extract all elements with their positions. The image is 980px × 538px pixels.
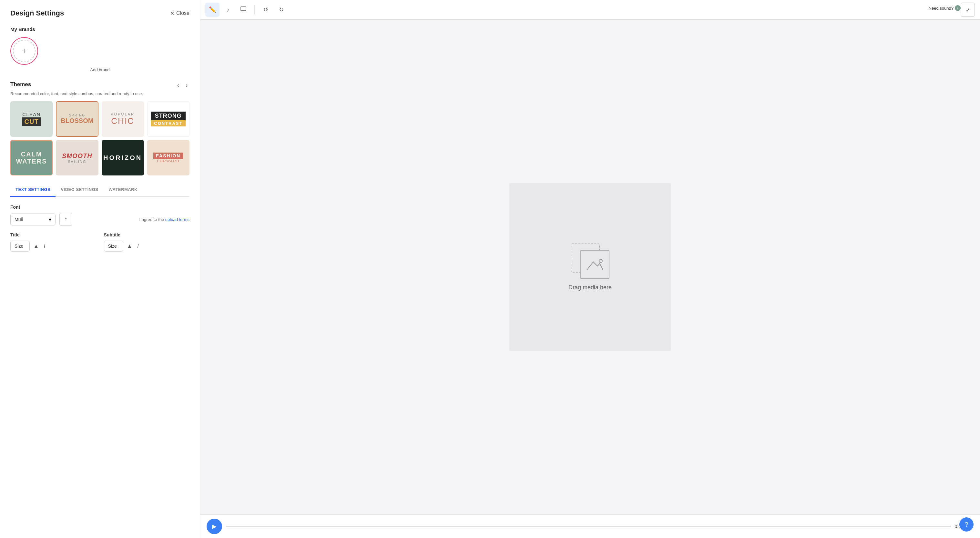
themes-header: Themes ‹ › [10, 81, 189, 89]
title-section: Title Size ▲ I [10, 232, 96, 252]
themes-title: Themes [10, 81, 31, 88]
upload-terms: I agree to the upload terms [140, 217, 189, 222]
info-icon[interactable]: i [955, 5, 961, 11]
left-panel: Design Settings ✕ Close My Brands + Add … [0, 0, 200, 538]
redo-button[interactable]: ↻ [274, 3, 288, 17]
subtitle-label: Subtitle [104, 232, 190, 237]
music-icon: ♪ [227, 6, 229, 13]
close-label: Close [176, 10, 189, 16]
media-icon-wrapper [571, 243, 609, 279]
canvas[interactable]: Drag media here [509, 183, 671, 351]
subtitle-size-up-button[interactable]: ▲ [126, 242, 134, 250]
font-selected-value: Muli [14, 217, 46, 222]
theme-card-spring-blossom[interactable]: SPRING BLOSSOM [56, 101, 98, 137]
right-panel-container: ✏️ ♪ ↺ ↻ ⤢ [200, 0, 980, 538]
title-size-box: Size [10, 241, 30, 252]
subtitle-section: Subtitle Size ▲ I [104, 232, 190, 252]
brands-section: My Brands + Add brand [10, 27, 189, 72]
themes-grid: CLEAN CUT SPRING BLOSSOM POPULAR CHIC [10, 101, 189, 175]
progress-bar[interactable] [226, 526, 951, 527]
need-sound-area: Need sound? i [929, 5, 961, 11]
close-button[interactable]: ✕ Close [170, 10, 189, 16]
theme-card-strong-contrast[interactable]: STRONG CONTRAST [147, 101, 189, 137]
title-size-up-button[interactable]: ▲ [32, 242, 40, 250]
solid-frame-icon [581, 250, 609, 279]
theme-card-clean-cut[interactable]: CLEAN CUT [10, 101, 52, 137]
theme-card-horizon[interactable]: HORIZON [102, 140, 144, 175]
pencil-tool-button[interactable]: ✏️ [205, 3, 220, 17]
title-label: Title [10, 232, 96, 237]
title-subtitle-row: Title Size ▲ I Subtitle Size ▲ I [10, 232, 189, 252]
themes-section: Themes ‹ › Recommended color, font, and … [10, 81, 189, 175]
svg-rect-0 [241, 7, 246, 11]
theme-card-fashion-forward[interactable]: FASHION FORWARD [147, 140, 189, 175]
play-icon: ▶ [212, 523, 216, 530]
add-brand-wrapper: + [10, 37, 38, 65]
tab-text-settings[interactable]: TEXT SETTINGS [10, 183, 56, 197]
add-brand-label: Add brand [10, 67, 189, 72]
font-row: Muli ▾ ↑ I agree to the upload terms [10, 213, 189, 226]
undo-button[interactable]: ↺ [259, 3, 273, 17]
tab-watermark[interactable]: WATERMARK [103, 183, 142, 197]
play-button[interactable]: ▶ [207, 519, 222, 534]
title-style-button[interactable]: I [43, 242, 46, 250]
plus-icon: + [22, 46, 27, 56]
subtitle-size-controls: Size ▲ I [104, 241, 190, 252]
chevron-down-icon: ▾ [49, 216, 51, 222]
external-link-button[interactable]: ⤢ [961, 3, 975, 17]
music-tool-button[interactable]: ♪ [221, 3, 235, 17]
themes-prev-button[interactable]: ‹ [175, 81, 181, 89]
title-size-controls: Size ▲ I [10, 241, 96, 252]
upload-terms-link[interactable]: upload terms [165, 217, 189, 222]
subtitle-style-button[interactable]: I [136, 242, 140, 250]
right-panel: ✏️ ♪ ↺ ↻ ⤢ [200, 0, 980, 538]
close-icon: ✕ [170, 10, 174, 16]
monitor-icon [240, 6, 247, 14]
settings-tabs: TEXT SETTINGS VIDEO SETTINGS WATERMARK [10, 183, 189, 197]
themes-description: Recommended color, font, and style combo… [10, 91, 189, 96]
drag-media-text: Drag media here [568, 284, 612, 291]
player-bar: ▶ 0:00/0:03 [200, 514, 980, 538]
panel-title: Design Settings [10, 9, 64, 17]
canvas-area: Drag media here [200, 20, 980, 514]
monitor-tool-button[interactable] [236, 3, 250, 17]
theme-card-calm-waters[interactable]: CALMWATERS [10, 140, 52, 175]
subtitle-size-box: Size [104, 241, 123, 252]
tab-video-settings[interactable]: VIDEO SETTINGS [56, 183, 103, 197]
undo-icon: ↺ [263, 6, 268, 13]
brands-label: My Brands [10, 27, 189, 32]
help-icon: ? [964, 521, 968, 528]
font-upload-button[interactable]: ↑ [59, 213, 72, 226]
svg-point-2 [599, 259, 602, 263]
theme-card-smooth-sailing[interactable]: SMOOTH SAILING [56, 140, 98, 175]
toolbar: ✏️ ♪ ↺ ↻ ⤢ [200, 0, 980, 20]
font-section: Font Muli ▾ ↑ I agree to the upload term… [10, 205, 189, 226]
media-placeholder: Drag media here [568, 243, 612, 291]
help-button[interactable]: ? [959, 517, 974, 532]
panel-header: Design Settings ✕ Close [10, 9, 189, 17]
themes-nav: ‹ › [175, 81, 189, 89]
theme-card-popular-chic[interactable]: POPULAR CHIC [102, 101, 144, 137]
upload-icon: ↑ [65, 216, 67, 222]
themes-next-button[interactable]: › [184, 81, 189, 89]
pencil-icon: ✏️ [209, 6, 216, 13]
font-label: Font [10, 205, 189, 209]
need-sound-label: Need sound? [929, 6, 953, 11]
external-link-icon: ⤢ [966, 7, 970, 13]
redo-icon: ↻ [279, 6, 284, 13]
add-brand-button[interactable]: + [13, 40, 35, 62]
font-selector[interactable]: Muli ▾ [10, 214, 56, 225]
